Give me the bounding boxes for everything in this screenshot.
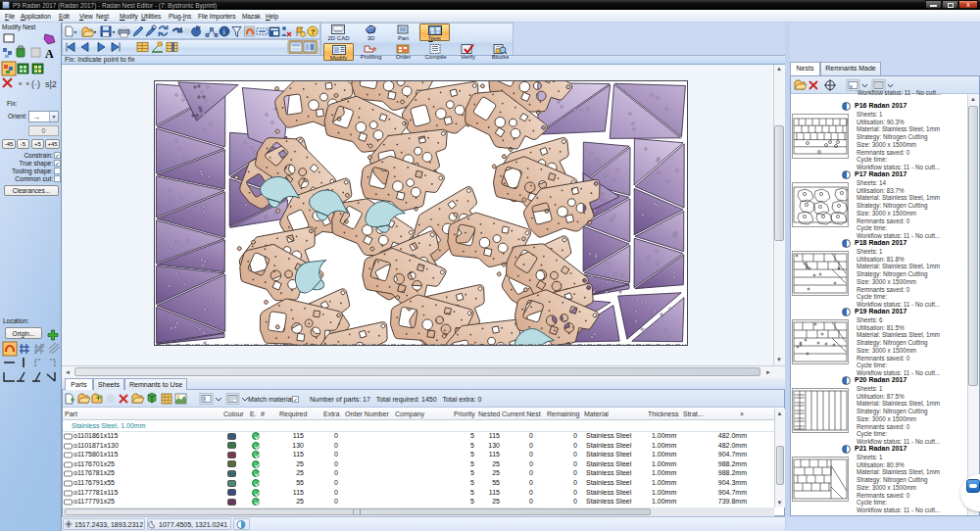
svg-text:s|2: s|2 [45,79,57,89]
svg-text:A: A [45,47,54,61]
svg-text:(·): (·) [31,79,40,89]
svg-text:⚬⚬: ⚬⚬ [17,79,31,89]
svg-text:?: ? [311,27,316,36]
